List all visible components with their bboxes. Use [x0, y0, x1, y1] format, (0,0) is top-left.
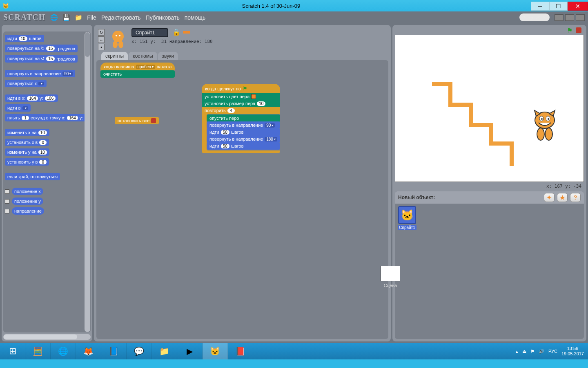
block-pen-down[interactable]: опустить перо — [207, 114, 280, 122]
sprite-on-stage-icon[interactable] — [530, 109, 559, 141]
menu-help[interactable]: помощь — [185, 14, 206, 21]
menu-publish[interactable]: Публиковать — [146, 14, 180, 21]
block-glide[interactable]: плыть1секунд в точку x:164y: — [5, 114, 85, 121]
minimize-button[interactable]: ─ — [531, 2, 549, 11]
tab-scripts[interactable]: скрипты — [101, 52, 128, 60]
block-goto-xy[interactable]: идти в x:164y:106 — [5, 94, 58, 102]
block-point-direction-2[interactable]: повернуть в направление180 — [207, 135, 280, 143]
stop-button[interactable] — [576, 27, 581, 33]
palette-scrollbar-horizontal[interactable] — [3, 334, 91, 340]
task-firefox[interactable]: 🦊 — [76, 343, 101, 359]
block-set-y[interactable]: установить y в0 — [5, 158, 49, 166]
block-go-steps-2[interactable]: идти50шагов — [207, 142, 280, 150]
hat-when-flag-clicked[interactable]: когда щелкнут по⚑ — [202, 84, 280, 93]
block-change-y[interactable]: изменить y на10 — [5, 148, 49, 156]
task-calculator[interactable]: 🧮 — [25, 343, 51, 359]
hat-when-key-pressed[interactable]: когда клавишапробелнажата — [100, 63, 175, 71]
tray-language[interactable]: РУС — [548, 349, 557, 354]
stage-thumb-icon — [381, 266, 400, 281]
reporter-direction[interactable]: направление — [12, 207, 44, 215]
tray-flag-icon[interactable]: ⚑ — [530, 349, 535, 354]
random-sprite-button[interactable]: ? — [570, 193, 581, 202]
view-presentation-button[interactable] — [576, 14, 585, 21]
tab-costumes[interactable]: костюмы — [129, 52, 157, 60]
block-clear[interactable]: очистить — [100, 70, 175, 78]
block-repeat[interactable]: повторить4 опустить перо повернуть в нап… — [202, 107, 280, 153]
grow-icon[interactable]: ⤢ — [536, 14, 540, 20]
block-change-x[interactable]: изменить x на10 — [5, 129, 49, 136]
sprite-panel: Новый объект: ✦ ★ ? 🐱 Спрайт1 — [395, 191, 584, 339]
checkbox-direction[interactable] — [5, 209, 9, 213]
tray-chevron-icon[interactable]: ▴ — [516, 349, 518, 354]
window-titlebar: 🐱 Scratch 1.4 of 30-Jun-09 ─ ☐ ✕ — [0, 0, 588, 11]
shrink-icon[interactable]: ⤡ — [543, 14, 547, 20]
stage-controls: ⚑ — [394, 27, 585, 34]
block-goto[interactable]: идти в — [5, 104, 31, 112]
task-word[interactable]: 📘 — [101, 343, 127, 359]
sprite-coords: x: 151 y: -31 направление: 180 — [131, 39, 387, 44]
view-normal-button[interactable] — [565, 14, 574, 21]
stage-selector[interactable]: Сцена — [381, 266, 400, 288]
tray-volume-icon[interactable]: 🔊 — [539, 349, 544, 354]
task-explorer[interactable]: 📁 — [152, 343, 177, 359]
block-set-x[interactable]: установить x в0 — [5, 139, 49, 146]
script-tabs: скрипты костюмы звуки — [94, 52, 391, 60]
block-point-direction-1[interactable]: повернуть в направление90 — [207, 121, 280, 129]
sprite-name-field[interactable]: Спрайт1 — [131, 28, 168, 37]
start-button[interactable]: ⊞ — [0, 343, 25, 359]
sprite-list-item[interactable]: 🐱 Спрайт1 — [397, 206, 417, 230]
close-button[interactable]: ✕ — [568, 2, 588, 11]
rotate-style-full-button[interactable]: ↻ — [98, 29, 105, 36]
block-turn-ccw[interactable]: повернуться на ↺15градусов — [5, 55, 78, 63]
checkbox-pos-x[interactable] — [5, 189, 9, 194]
task-skype[interactable]: 💬 — [127, 343, 152, 359]
globe-icon[interactable]: 🌐 — [50, 14, 58, 21]
windows-taskbar: ⊞ 🧮 🌐 🦊 📘 💬 📁 ▶ 🐱 📕 ▴ ⏏ ⚑ 🔊 РУС 13:56 19… — [0, 343, 588, 359]
task-pdf[interactable]: 📕 — [228, 343, 253, 359]
stage[interactable] — [395, 35, 584, 182]
maximize-button[interactable]: ☐ — [549, 2, 568, 11]
task-scratch[interactable]: 🐱 — [203, 343, 228, 359]
reporter-position-y[interactable]: положение y — [12, 197, 43, 205]
script-area[interactable]: когда клавишапробелнажата очистить остан… — [96, 60, 388, 339]
stamp-icon[interactable]: ⊕ — [529, 14, 533, 20]
view-small-button[interactable] — [555, 14, 564, 21]
folder-icon[interactable]: 📁 — [75, 14, 82, 21]
app-toolbar: SCRATCH 🌐 💾 📁 File Редактировать Публико… — [0, 11, 588, 23]
window-title: Scratch 1.4 of 30-Jun-09 — [11, 3, 531, 9]
block-point-direction[interactable]: повернуть в направление90 — [5, 70, 75, 77]
block-go-steps-1[interactable]: идти50шагов — [207, 128, 280, 136]
block-stop-all[interactable]: остановить все — [115, 117, 159, 124]
block-set-pen-size[interactable]: установить размер пера10 — [202, 100, 280, 107]
block-point-towards[interactable]: повернуться к — [5, 80, 47, 87]
lock-icon[interactable]: 🔒 — [172, 28, 180, 36]
tray-safe-remove-icon[interactable]: ⏏ — [522, 349, 526, 354]
block-go-steps[interactable]: идти10шагов — [5, 35, 44, 42]
palette-scrollbar-vertical[interactable] — [85, 32, 90, 332]
choose-sprite-button[interactable]: ★ — [557, 193, 568, 202]
checkbox-pos-y[interactable] — [5, 199, 9, 204]
color-swatch-icon[interactable] — [251, 94, 256, 99]
new-object-label: Новый объект: — [398, 195, 435, 200]
svg-point-3 — [116, 35, 117, 36]
svg-point-12 — [537, 128, 544, 140]
svg-point-13 — [545, 128, 552, 140]
pointer-icon[interactable]: ✧ — [522, 14, 526, 20]
sprite-thumb-icon: 🐱 — [398, 206, 416, 224]
rotate-style-leftright-button[interactable]: ↔ — [98, 36, 105, 43]
menu-edit[interactable]: Редактировать — [101, 14, 141, 21]
paint-sprite-button[interactable]: ✦ — [544, 193, 555, 202]
menu-file[interactable]: File — [87, 14, 96, 21]
green-flag-button[interactable]: ⚑ — [567, 27, 572, 34]
block-bounce[interactable]: если край, оттолкнуться — [5, 173, 60, 180]
task-media[interactable]: ▶ — [177, 343, 203, 359]
save-icon[interactable]: 💾 — [62, 14, 70, 21]
tray-clock[interactable]: 13:56 19.05.2017 — [561, 346, 584, 357]
rotate-style-none-button[interactable]: • — [98, 44, 105, 50]
tab-sounds[interactable]: звуки — [158, 52, 178, 60]
task-browser[interactable]: 🌐 — [51, 343, 76, 359]
reporter-position-x[interactable]: положение x — [12, 188, 43, 195]
block-set-pen-color[interactable]: установить цвет пера — [202, 93, 280, 100]
svg-point-1 — [113, 41, 118, 48]
block-turn-cw[interactable]: повернуться на ↻15градусов — [5, 45, 78, 52]
